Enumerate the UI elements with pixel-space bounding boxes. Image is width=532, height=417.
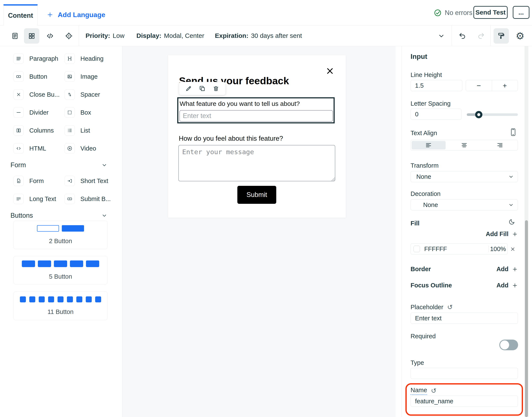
align-right-button[interactable] [483,141,517,149]
feedback-text-input[interactable] [179,110,333,122]
placeholder-input[interactable] [411,313,518,324]
trash-icon[interactable] [213,85,219,92]
button-template-label: 2 Button [49,238,72,245]
modal-close-button[interactable] [325,66,335,76]
palette-item-label: Close Bu... [29,91,60,98]
type-input[interactable] [411,368,518,379]
add-border-button[interactable]: Add [411,266,518,273]
plus-icon [512,266,518,272]
palette-item-label: List [80,127,90,134]
remove-fill-icon[interactable] [510,246,516,252]
button-template-11[interactable]: 11 Button [13,292,108,320]
palette-item-submit-button[interactable]: Submit B... [64,194,111,204]
edit-pencil-icon[interactable] [185,85,192,92]
palette-item-image[interactable]: Image [64,72,98,82]
name-input[interactable] [411,396,518,407]
fill-color-row[interactable]: FFFFFF 100% [411,243,508,254]
document-view-button[interactable] [7,28,23,44]
modal-preview: Send us your feedback What feature do yo… [168,55,346,218]
paragraph-icon [13,53,24,64]
dark-mode-moon-icon[interactable] [509,219,515,225]
slider-knob[interactable] [475,111,482,118]
toolbar-divider [490,25,491,46]
priority-label: Priority: [85,32,110,39]
palette-item-video[interactable]: Video [64,143,96,154]
chevron-down-icon [101,162,108,168]
mobile-device-icon[interactable] [510,128,516,136]
transform-select[interactable]: None [411,171,518,182]
expiration-value: 30 days after sent [251,32,302,39]
palette-item-divider[interactable]: Divider [13,107,49,118]
decoration-select[interactable]: None [411,199,518,210]
component-sidebar: Paragraph Heading Button Image Close Bu.… [0,46,122,417]
line-height-label: Line Height [411,72,442,78]
button-template-2[interactable]: 2 Button [13,221,108,249]
form-section-header[interactable]: Form [10,159,108,171]
check-circle-icon [434,9,442,17]
panel-scrollbar-thumb[interactable] [525,220,528,417]
required-toggle[interactable] [499,340,518,350]
fill-hex-value[interactable]: FFFFFF [424,246,447,252]
align-left-button[interactable] [412,141,446,149]
gear-icon: ⚙ [516,31,524,41]
type-label: Type [411,359,424,366]
duplicate-icon[interactable] [199,85,206,92]
palette-item-heading[interactable]: Heading [64,53,104,64]
undo-button[interactable] [455,28,470,44]
letter-spacing-input[interactable] [411,109,461,120]
redo-icon [477,32,485,40]
video-icon [64,143,75,154]
add-fill-button[interactable]: Add Fill [411,230,518,238]
validation-status: No errors [434,6,472,19]
feedback-message-textarea[interactable] [178,145,335,181]
collapse-settings-button[interactable] [434,28,449,44]
send-test-label: Send Test [475,9,505,16]
decoration-value: None [423,201,438,208]
palette-item-label: Heading [80,55,104,62]
palette-item-long-text[interactable]: Long Text [13,194,56,204]
align-center-icon [461,142,468,148]
add-language-button[interactable]: Add Language [47,4,105,25]
reset-name-icon[interactable]: ↺ [431,387,437,394]
redo-button[interactable] [473,28,489,44]
palette-item-box[interactable]: Box [64,107,91,118]
palette-item-short-text[interactable]: Short Text [64,176,108,186]
send-test-button[interactable]: Send Test [473,6,508,19]
tab-content[interactable]: Content [3,4,38,25]
blocks-view-button[interactable] [24,28,39,44]
decrement-button[interactable]: − [466,80,492,91]
more-options-button[interactable]: ... [513,6,529,19]
palette-item-columns[interactable]: Columns [13,125,54,136]
settings-button[interactable]: ⚙ [512,28,528,44]
palette-item-spacer[interactable]: Spacer [64,89,100,100]
html-icon [13,143,24,154]
buttons-section-header[interactable]: Buttons [10,209,108,222]
target-button[interactable] [61,28,77,44]
palette-item-paragraph[interactable]: Paragraph [13,53,58,64]
button-preview-row [22,261,99,267]
palette-item-close-button[interactable]: Close Bu... [13,89,60,100]
styles-button[interactable] [493,28,509,44]
letter-spacing-slider[interactable] [467,113,518,116]
code-view-button[interactable] [42,28,58,44]
button-template-5[interactable]: 5 Button [13,256,108,284]
name-label-row: Name ↺ [411,387,437,395]
palette-item-list[interactable]: List [64,125,90,136]
reset-placeholder-icon[interactable]: ↺ [447,304,453,311]
fill-opacity-value[interactable]: 100% [489,246,507,252]
palette-item-label: Paragraph [29,55,58,62]
align-left-icon [425,142,432,148]
modal-submit-button[interactable]: Submit [237,186,276,204]
palette-item-form[interactable]: Form [13,176,44,186]
add-focus-outline-button[interactable]: Add [411,282,518,289]
increment-button[interactable]: + [492,80,518,91]
selected-input-block[interactable]: What feature do you want to tell us abou… [177,97,335,123]
palette-item-html[interactable]: HTML [13,143,46,154]
palette-item-button[interactable]: Button [13,72,47,82]
plus-icon [512,282,518,289]
align-center-button[interactable] [447,141,481,149]
heading-icon [64,53,75,64]
line-height-input[interactable] [411,80,462,91]
color-swatch[interactable] [414,246,420,252]
text-align-label: Text Align [411,130,437,137]
